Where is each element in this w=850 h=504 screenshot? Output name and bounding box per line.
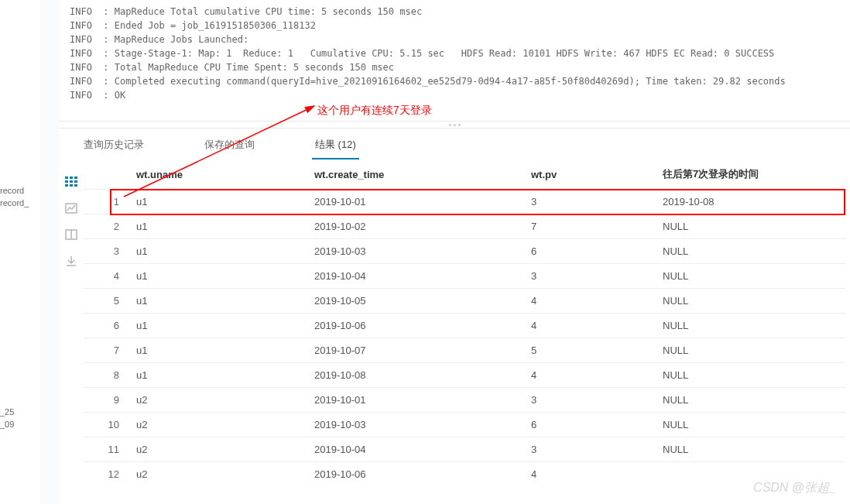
cell-pv: 6	[525, 413, 656, 437]
table-row[interactable]: 9u22019-10-013NULL	[84, 388, 845, 413]
watermark: CSDN @张超_	[753, 480, 836, 496]
svg-rect-3	[74, 177, 77, 179]
svg-rect-8	[70, 184, 73, 187]
cell-pv: 4	[525, 289, 656, 314]
cell-uname: u1	[130, 214, 308, 239]
cell-ctime: 2019-10-08	[308, 363, 525, 388]
table-row[interactable]: 3u12019-10-036NULL	[84, 239, 845, 264]
cell-pv: 4	[525, 462, 656, 487]
cell-pv: 3	[525, 437, 656, 462]
cell-seventh: NULL	[656, 437, 845, 462]
log-output: INFO : MapReduce Total cumulative CPU ti…	[59, 0, 850, 121]
cell-pv: 3	[525, 190, 656, 214]
cell-ctime: 2019-10-01	[308, 388, 525, 413]
cell-ctime: 2019-10-06	[308, 462, 525, 487]
cell-seventh: NULL	[656, 388, 845, 413]
cell-pv: 4	[525, 314, 656, 338]
table-row[interactable]: 7u12019-10-075NULL	[84, 338, 845, 363]
svg-rect-4	[65, 180, 68, 183]
cell-seventh: NULL	[656, 363, 845, 388]
row-number: 11	[84, 437, 130, 462]
row-number: 9	[84, 388, 130, 413]
cell-uname: u1	[130, 363, 308, 388]
row-number: 12	[84, 462, 130, 487]
cell-ctime: 2019-10-07	[308, 338, 525, 363]
cell-pv: 7	[525, 214, 656, 239]
cell-pv: 3	[525, 388, 656, 413]
cell-uname: u1	[130, 289, 308, 314]
cell-ctime: 2019-10-04	[308, 264, 525, 289]
cell-uname: u1	[130, 264, 308, 289]
columns-icon[interactable]	[65, 229, 77, 240]
cell-ctime: 2019-10-02	[308, 214, 525, 239]
col-seventh[interactable]: 往后第7次登录的时间	[656, 159, 845, 190]
tab-results[interactable]: 结果 (12)	[312, 130, 359, 159]
cell-uname: u1	[130, 338, 308, 363]
row-number: 7	[84, 338, 130, 363]
result-tabs: 查询历史记录 保存的查询 结果 (12)	[59, 129, 850, 159]
table-row[interactable]: 2u12019-10-027NULL	[84, 214, 845, 239]
table-row[interactable]: 11u22019-10-043NULL	[84, 437, 845, 462]
chart-icon[interactable]	[65, 203, 77, 214]
table-row[interactable]: 10u22019-10-036NULL	[84, 413, 845, 437]
download-icon[interactable]	[65, 255, 77, 266]
cell-pv: 6	[525, 239, 656, 264]
cell-ctime: 2019-10-03	[308, 413, 525, 437]
cell-seventh: NULL	[656, 413, 845, 437]
svg-rect-1	[65, 177, 68, 179]
cell-ctime: 2019-10-01	[308, 190, 525, 214]
table-header-row: wt.uname wt.create_time wt.pv 往后第7次登录的时间	[84, 159, 845, 190]
left-tree-fragment: record record_ _25 _09	[0, 0, 40, 504]
table-row[interactable]: 6u12019-10-064NULL	[84, 314, 845, 338]
svg-rect-6	[74, 180, 77, 183]
results-table: wt.uname wt.create_time wt.pv 往后第7次登录的时间…	[84, 159, 845, 486]
cell-pv: 4	[525, 363, 656, 388]
cell-seventh: NULL	[656, 338, 845, 363]
cell-seventh: 2019-10-08	[656, 190, 845, 214]
cell-uname: u2	[130, 413, 308, 437]
panel-splitter[interactable]	[59, 121, 850, 129]
row-number: 1	[84, 190, 130, 214]
cell-pv: 5	[525, 338, 656, 363]
cell-ctime: 2019-10-03	[308, 239, 525, 264]
row-number: 4	[84, 264, 130, 289]
cell-seventh: NULL	[656, 314, 845, 338]
cell-pv: 3	[525, 264, 656, 289]
row-number: 5	[84, 289, 130, 314]
table-row[interactable]: 4u12019-10-043NULL	[84, 264, 845, 289]
svg-rect-5	[70, 180, 73, 183]
grid-icon[interactable]	[65, 177, 77, 187]
tab-saved[interactable]: 保存的查询	[201, 130, 258, 159]
cell-uname: u1	[130, 239, 308, 264]
col-ctime[interactable]: wt.create_time	[308, 159, 525, 190]
table-row[interactable]: 5u12019-10-054NULL	[84, 289, 845, 314]
table-row[interactable]: 12u22019-10-064	[84, 462, 845, 487]
cell-seventh: NULL	[656, 214, 845, 239]
cell-seventh: NULL	[656, 239, 845, 264]
row-number: 2	[84, 214, 130, 239]
cell-uname: u2	[130, 462, 308, 487]
cell-uname: u2	[130, 388, 308, 413]
row-number: 8	[84, 363, 130, 388]
table-row[interactable]: 8u12019-10-084NULL	[84, 363, 845, 388]
cell-seventh: NULL	[656, 264, 845, 289]
svg-rect-9	[74, 184, 77, 187]
svg-rect-7	[65, 184, 68, 187]
annotation-text: 这个用户有连续7天登录	[317, 104, 432, 118]
cell-ctime: 2019-10-04	[308, 437, 525, 462]
cell-seventh: NULL	[656, 289, 845, 314]
col-uname[interactable]: wt.uname	[130, 159, 308, 190]
row-number: 3	[84, 239, 130, 264]
row-number: 10	[84, 413, 130, 437]
table-row[interactable]: 1u12019-10-0132019-10-08	[84, 190, 845, 214]
col-pv[interactable]: wt.pv	[525, 159, 656, 190]
row-number: 6	[84, 314, 130, 338]
cell-ctime: 2019-10-06	[308, 314, 525, 338]
cell-ctime: 2019-10-05	[308, 289, 525, 314]
cell-uname: u1	[130, 190, 308, 214]
tab-history[interactable]: 查询历史记录	[81, 130, 147, 159]
cell-uname: u2	[130, 437, 308, 462]
cell-uname: u1	[130, 314, 308, 338]
result-view-icons	[59, 159, 84, 477]
svg-rect-2	[70, 177, 73, 179]
